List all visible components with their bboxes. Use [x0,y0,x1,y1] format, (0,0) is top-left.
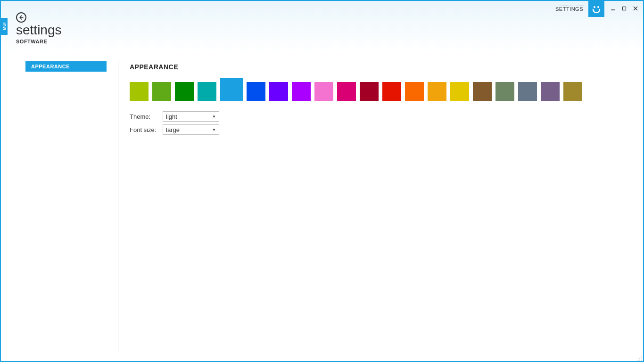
svg-point-10 [639,360,640,361]
fontsize-label: Font size: [130,126,163,133]
color-swatch[interactable] [314,82,333,101]
color-swatch[interactable] [563,82,582,101]
header-gradient [1,1,643,53]
color-swatch[interactable] [269,82,288,101]
color-swatch[interactable] [495,82,514,101]
logo-tile [588,1,604,17]
color-swatch[interactable] [152,82,171,101]
color-swatch[interactable] [292,82,311,101]
sidebar-item-appearance[interactable]: APPEARANCE [25,61,107,72]
svg-rect-3 [623,7,626,10]
color-swatch[interactable] [175,82,194,101]
settings-sidebar: APPEARANCE [25,61,107,352]
vertical-divider [118,61,118,352]
color-swatch[interactable] [428,82,446,101]
svg-point-1 [597,6,599,8]
color-swatch[interactable] [247,82,265,101]
color-swatch[interactable] [337,82,356,101]
color-swatch[interactable] [360,82,379,101]
color-swatch[interactable] [405,82,424,101]
resize-grip[interactable] [636,354,642,360]
color-swatch[interactable] [198,82,216,101]
color-swatch[interactable] [473,82,492,101]
svg-point-8 [639,358,640,359]
color-swatch[interactable] [541,82,560,101]
theme-combobox[interactable]: light ▼ [163,111,219,122]
accent-color-swatches [130,78,634,101]
arrow-left-icon [18,15,24,20]
theme-value: light [166,113,177,120]
svg-point-0 [594,6,595,8]
back-button[interactable] [16,12,26,23]
chevron-down-icon: ▼ [212,115,216,119]
color-swatch[interactable] [130,82,149,101]
theme-row: Theme: light ▼ [130,111,634,122]
app-window: MUI SETTINGS settings SOFTWARE [0,0,644,362]
page-header: settings SOFTWARE [16,12,62,44]
color-swatch[interactable] [518,82,537,101]
close-button[interactable] [631,4,640,13]
section-heading-appearance: APPEARANCE [130,63,634,71]
theme-label: Theme: [130,113,163,120]
window-caption: SETTINGS [555,1,643,16]
sidebar-item-label: APPEARANCE [31,64,70,69]
svg-point-11 [637,360,638,361]
chevron-down-icon: ▼ [212,128,216,132]
fontsize-row: Font size: large ▼ [130,124,634,135]
smile-icon [591,3,602,15]
maximize-button[interactable] [619,4,629,13]
mui-tab[interactable]: MUI [1,18,8,35]
fontsize-combobox[interactable]: large ▼ [163,124,219,135]
svg-point-6 [641,356,642,357]
minimize-button[interactable] [608,4,618,13]
fontsize-value: large [166,126,180,133]
page-title: settings [16,23,62,38]
color-swatch[interactable] [382,82,401,101]
settings-content: APPEARANCE Theme: light ▼ Font size: lar… [130,61,634,352]
page-body: APPEARANCE APPEARANCE Theme: light ▼ Fon… [25,61,634,352]
svg-point-7 [641,358,642,359]
caption-settings-link[interactable]: SETTINGS [555,6,584,12]
color-swatch[interactable] [450,82,469,101]
page-subtitle: SOFTWARE [16,39,62,44]
svg-point-9 [641,360,642,361]
color-swatch[interactable] [220,78,243,101]
